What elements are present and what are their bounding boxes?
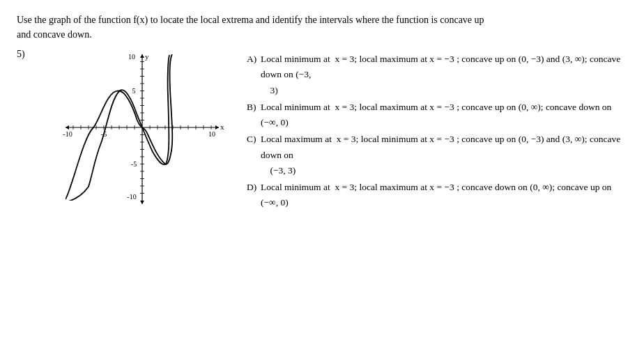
answer-c: C) Local maximum at x = 3; local minimum… xyxy=(247,132,627,178)
answer-a-letter: A) xyxy=(247,52,261,67)
svg-marker-5 xyxy=(140,54,144,58)
y-neg5-label: -5 xyxy=(131,160,137,168)
x-10-label: 10 xyxy=(208,130,215,138)
svg-marker-3 xyxy=(215,125,219,130)
y-5-label: 5 xyxy=(132,87,136,95)
answer-c-letter: C) xyxy=(247,132,261,147)
page-wrapper: Use the graph of the function f(x) to lo… xyxy=(17,13,627,214)
answer-d: D) Local minimum at x = 3; local maximum… xyxy=(247,180,627,211)
answer-a-text: Local minimum at x = 3; local maximum at… xyxy=(261,52,627,98)
instructions-line2: and concave down. xyxy=(17,29,92,40)
instructions-line1: Use the graph of the function f(x) to lo… xyxy=(17,15,484,25)
problem-row: 5) xyxy=(17,47,627,214)
answers-container: A) Local minimum at x = 3; local maximum… xyxy=(247,47,627,212)
svg-marker-6 xyxy=(140,201,144,204)
problem-number: 5) xyxy=(17,47,45,60)
answer-c-text: Local maximum at x = 3; local minimum at… xyxy=(261,132,627,178)
y-neg10-label: -10 xyxy=(127,193,136,201)
graph-svg: -10 -5 10 x 10 y 5 -5 -10 xyxy=(45,47,240,214)
instructions: Use the graph of the function f(x) to lo… xyxy=(17,13,627,42)
svg-marker-4 xyxy=(66,125,69,130)
answer-a: A) Local minimum at x = 3; local maximum… xyxy=(247,52,627,98)
answer-b-text: Local minimum at x = 3; local maximum at… xyxy=(261,100,627,131)
y-axis-label: y xyxy=(145,52,149,61)
x-axis-label: x xyxy=(220,123,224,131)
y-10-label: 10 xyxy=(128,53,135,61)
answer-d-letter: D) xyxy=(247,180,261,195)
answer-d-text: Local minimum at x = 3; local maximum at… xyxy=(261,180,627,211)
answer-b-letter: B) xyxy=(247,100,261,115)
answer-b: B) Local minimum at x = 3; local maximum… xyxy=(247,100,627,131)
x-neg10-label: -10 xyxy=(63,130,72,138)
graph-container: -10 -5 10 x 10 y 5 -5 -10 xyxy=(45,47,240,214)
